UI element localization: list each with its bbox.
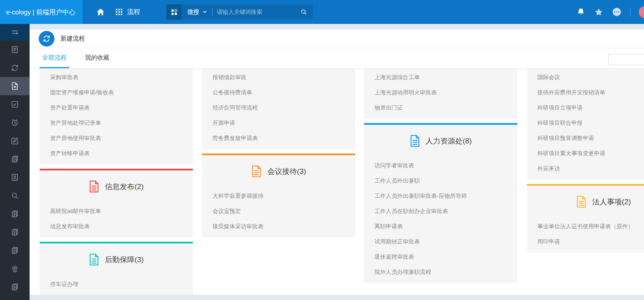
category-card: 采购审批表固定资产维修申请/验收表资产处置申请表资产异地处理记录单资产异地使用审…: [40, 69, 193, 164]
document-list-icon[interactable]: [0, 40, 30, 59]
process-link[interactable]: 资产异地处理记录单: [50, 115, 188, 130]
process-link[interactable]: 资产处置申请表: [50, 100, 188, 115]
process-link[interactable]: 经济合同管理流程: [212, 100, 350, 115]
category-title: 人力资源处(8): [426, 136, 472, 146]
process-link[interactable]: 开票申请: [212, 115, 350, 130]
copy-documents-icon[interactable]: [0, 241, 30, 260]
process-link[interactable]: 接待外宾费用开支报销清单: [537, 85, 644, 100]
process-link[interactable]: 退休返聘审批表: [374, 249, 512, 264]
process-list: 高研院all邮件审批单信息发布审批表: [40, 203, 193, 237]
topbar-right-actions: [576, 6, 644, 18]
webcam-icon[interactable]: [0, 260, 30, 278]
category-document-icon: [89, 253, 99, 266]
nav-process-menu[interactable]: 流程: [115, 8, 140, 16]
menu-toggle-icon[interactable]: [0, 24, 30, 40]
copy-documents-icon[interactable]: [0, 150, 30, 168]
home-button[interactable]: [96, 7, 105, 17]
process-link[interactable]: 科研项目预算调整申请: [537, 130, 644, 146]
process-link[interactable]: 上海光源综合工单: [374, 70, 512, 85]
process-link[interactable]: 高研院all邮件审批单: [50, 203, 188, 219]
process-list: 采购审批表固定资产维修申请/验收表资产处置申请表资产异地处理记录单资产异地使用审…: [40, 69, 193, 164]
category-document-icon: [251, 165, 262, 177]
process-link[interactable]: 离职申请表: [374, 219, 512, 234]
process-link[interactable]: 国际会议: [537, 70, 644, 85]
process-link[interactable]: 院外人员办理兼职流程: [374, 264, 512, 280]
category-header: 人力资源处(8): [364, 125, 517, 157]
process-link[interactable]: 外宾来访: [537, 161, 644, 176]
copy-documents-icon[interactable]: [0, 205, 30, 223]
app-logo[interactable]: e-cology | 前端用户中心: [0, 0, 83, 24]
search-icon[interactable]: [298, 8, 313, 16]
process-link[interactable]: 信息发布审批表: [50, 219, 188, 234]
more-options-icon[interactable]: [612, 7, 622, 17]
global-search-input[interactable]: [212, 4, 298, 20]
process-link[interactable]: 用印申请: [537, 234, 644, 249]
process-link[interactable]: 工作人员外出兼职: [374, 173, 512, 188]
process-link[interactable]: 会议室预定: [212, 203, 350, 219]
process-link[interactable]: 停车证办理: [50, 277, 188, 292]
process-link[interactable]: 固定资产维修申请/验收表: [50, 85, 188, 100]
app-window: e-cology | 前端用户中心 流程: [0, 0, 644, 300]
process-list: 报销借款审批公务接待费清单经济合同管理流程开票申请劳务费发放申请表: [202, 69, 355, 149]
category-card: 上海光源综合工单上海光源动用明火审批表物资出门证: [364, 69, 517, 119]
copy-documents-icon[interactable]: [0, 223, 30, 241]
search-scope-dropdown[interactable]: 微搜: [182, 8, 212, 16]
process-list: 事业单位法人证书使用申请表（原件）用印申请: [527, 218, 644, 253]
top-navigation-bar: e-cology | 前端用户中心 流程: [0, 0, 644, 24]
new-process-panel: 新建流程 全部流程我的收藏 采购审批表固定资产维修申请/验收表资产处置申请表资产…: [30, 30, 644, 295]
topbar-divider: [630, 8, 631, 16]
app-grid-icon[interactable]: [166, 4, 182, 20]
process-link[interactable]: 接受媒体采访审批表: [212, 219, 350, 234]
category-header: 信息发布(2): [40, 170, 193, 203]
category-column: 国际会议接待外宾费用开支报销清单科研项目立项申请科研项目联合申报科研项目预算调整…: [527, 69, 644, 253]
process-link[interactable]: 上海光源动用明火审批表: [374, 85, 512, 100]
process-link[interactable]: 采购审批表: [50, 70, 188, 85]
new-process-icon[interactable]: [0, 77, 30, 95]
contact-card-icon[interactable]: [0, 168, 30, 187]
category-card: 人力资源处(8)访问学者审批表工作人员外出兼职工作人员外出兼职审批表-应物所导师…: [364, 123, 517, 283]
process-link[interactable]: 科研项目重大事项变更申请: [537, 146, 644, 161]
todo-check-icon[interactable]: [0, 95, 30, 113]
process-link[interactable]: 工作人员在职创办企业审批表: [374, 203, 512, 219]
user-avatar[interactable]: [639, 6, 644, 18]
process-category-grid: 采购审批表固定资产维修申请/验收表资产处置申请表资产异地处理记录单资产异地使用审…: [30, 69, 644, 295]
category-title: 会议接待(3): [267, 167, 306, 177]
copy-documents-icon[interactable]: [0, 278, 30, 296]
process-link[interactable]: 试用期转正审批表: [374, 234, 512, 249]
process-link[interactable]: 科研项目立项申请: [537, 100, 644, 115]
process-link[interactable]: 工作人员外出兼职审批表-应物所导师: [374, 188, 512, 203]
category-header: 会议接待(3): [202, 155, 355, 187]
process-link[interactable]: 事业单位法人证书使用申请表（原件）: [537, 219, 644, 234]
process-link[interactable]: 公务接待费清单: [212, 85, 350, 100]
new-process-module-icon: [39, 31, 54, 47]
process-filter-input[interactable]: [608, 54, 644, 65]
pending-clock-icon[interactable]: [0, 113, 30, 132]
category-title: 后勤保障(3): [105, 255, 144, 265]
nav-process-label: 流程: [127, 8, 140, 16]
category-column: 上海光源综合工单上海光源动用明火审批表物资出门证人力资源处(8)访问学者审批表工…: [364, 69, 517, 283]
process-link[interactable]: 劳务费发放申请表: [212, 130, 350, 146]
category-column: 报销借款审批公务接待费清单经济合同管理流程开票申请劳务费发放申请表会议接待(3)…: [202, 69, 355, 237]
category-card: 法人事项(2)事业单位法人证书使用申请表（原件）用印申请: [527, 184, 644, 253]
process-link[interactable]: 科研项目联合申报: [537, 115, 644, 130]
notification-bell-icon[interactable]: [576, 7, 586, 17]
draft-edit-icon[interactable]: [0, 132, 30, 150]
process-link[interactable]: 大科学装置参观接待: [212, 188, 350, 203]
sidebar: [0, 24, 30, 300]
global-search-bar: 微搜: [166, 4, 313, 20]
tab-my-favorites[interactable]: 我的收藏: [82, 48, 112, 68]
category-card: 报销借款审批公务接待费清单经济合同管理流程开票申请劳务费发放申请表: [202, 69, 355, 149]
sync-flow-icon[interactable]: [0, 59, 30, 77]
tab-all-processes[interactable]: 全部流程: [40, 48, 69, 68]
category-document-icon: [410, 135, 420, 147]
grid-menu-icon: [115, 8, 123, 16]
process-link[interactable]: 资产转移申请表: [50, 146, 188, 161]
search-icon[interactable]: [0, 187, 30, 205]
process-link[interactable]: 报销借款审批: [212, 70, 350, 85]
process-list: 停车证办理: [40, 276, 193, 295]
process-link[interactable]: 访问学者审批表: [374, 158, 512, 173]
category-document-icon: [89, 180, 99, 193]
process-link[interactable]: 物资出门证: [374, 100, 512, 115]
process-link[interactable]: 资产异地使用审批表: [50, 130, 188, 146]
favorites-star-icon[interactable]: [594, 7, 604, 17]
